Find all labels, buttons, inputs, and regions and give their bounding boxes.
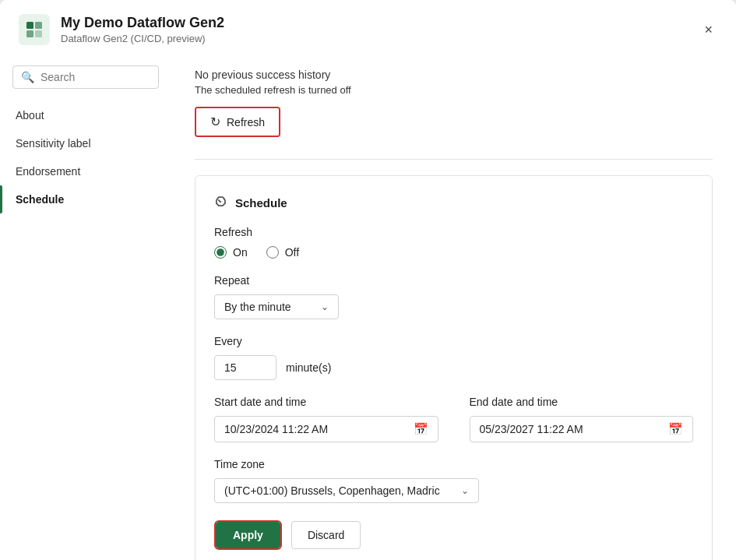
refresh-off-label: Off	[285, 246, 299, 259]
start-date-field: Start date and time 10/23/2024 11:22 AM …	[214, 396, 438, 442]
close-button[interactable]: ×	[699, 17, 717, 43]
refresh-off-text: The scheduled refresh is turned off	[195, 84, 713, 96]
sidebar: 🔍 About Sensitivity label Endorsement Sc…	[0, 53, 171, 560]
repeat-value: By the minute	[224, 301, 291, 313]
search-input[interactable]	[40, 71, 150, 83]
schedule-card: ⏲ Schedule Refresh On Off	[195, 175, 713, 560]
main-content: No previous success history The schedule…	[171, 53, 736, 560]
app-icon	[19, 14, 50, 45]
apply-button-wrapper: Apply	[214, 520, 282, 550]
sidebar-item-endorsement[interactable]: Endorsement	[0, 157, 171, 185]
repeat-dropdown[interactable]: By the minute ⌄	[214, 294, 339, 319]
refresh-on-radio[interactable]	[214, 246, 227, 259]
discard-button[interactable]: Discard	[291, 521, 361, 549]
apply-button[interactable]: Apply	[216, 522, 280, 548]
search-box[interactable]: 🔍	[12, 65, 159, 89]
sidebar-item-schedule-label: Schedule	[16, 193, 64, 206]
end-date-label: End date and time	[470, 396, 694, 408]
close-icon: ×	[704, 22, 713, 38]
svg-rect-2	[26, 30, 33, 37]
search-icon: 🔍	[21, 71, 34, 83]
chevron-down-icon: ⌄	[321, 301, 329, 312]
dialog-body: 🔍 About Sensitivity label Endorsement Sc…	[0, 53, 736, 560]
refresh-off-radio[interactable]	[266, 246, 279, 259]
timezone-dropdown[interactable]: (UTC+01:00) Brussels, Copenhagen, Madric…	[214, 478, 479, 503]
refresh-button-wrapper: ↻ Refresh	[195, 107, 280, 137]
sidebar-item-sensitivity-label[interactable]: Sensitivity label	[0, 129, 171, 157]
calendar-icon-start: 📅	[414, 422, 428, 436]
every-row: minute(s)	[214, 355, 693, 380]
end-date-value: 05/23/2027 11:22 AM	[480, 423, 583, 435]
timezone-section: Time zone (UTC+01:00) Brussels, Copenhag…	[214, 458, 693, 503]
every-number-input[interactable]	[214, 355, 276, 380]
end-date-field: End date and time 05/23/2027 11:22 AM 📅	[470, 396, 694, 442]
refresh-on-label: On	[233, 246, 248, 259]
actions-row: Apply Discard	[214, 520, 693, 550]
section-divider	[195, 159, 713, 160]
start-date-label: Start date and time	[214, 396, 438, 408]
no-history-text: No previous success history	[195, 69, 713, 81]
clock-icon: ⏲	[214, 195, 227, 210]
svg-rect-3	[35, 30, 42, 37]
timezone-value: (UTC+01:00) Brussels, Copenhagen, Madric	[224, 484, 440, 497]
svg-rect-1	[35, 22, 42, 29]
refresh-field-label: Refresh	[214, 226, 693, 238]
every-section: Every minute(s)	[214, 335, 693, 380]
date-time-row: Start date and time 10/23/2024 11:22 AM …	[214, 396, 693, 442]
sidebar-item-about[interactable]: About	[0, 101, 171, 129]
every-unit-label: minute(s)	[286, 361, 331, 374]
refresh-button[interactable]: ↻ Refresh	[196, 108, 279, 136]
main-dialog: My Demo Dataflow Gen2 Dataflow Gen2 (CI/…	[0, 0, 736, 560]
refresh-on-option[interactable]: On	[214, 246, 248, 259]
refresh-radio-group: On Off	[214, 246, 693, 259]
sidebar-item-endorsement-label: Endorsement	[16, 165, 80, 178]
end-date-input[interactable]: 05/23/2027 11:22 AM 📅	[470, 416, 694, 442]
schedule-card-title: ⏲ Schedule	[214, 195, 693, 210]
dialog-title: My Demo Dataflow Gen2	[61, 15, 699, 32]
refresh-icon: ↻	[210, 114, 220, 129]
dialog-header: My Demo Dataflow Gen2 Dataflow Gen2 (CI/…	[0, 0, 736, 53]
every-label: Every	[214, 335, 693, 347]
refresh-off-option[interactable]: Off	[266, 246, 299, 259]
refresh-toggle-section: Refresh On Off	[214, 226, 693, 259]
repeat-label: Repeat	[214, 274, 693, 287]
schedule-title-text: Schedule	[235, 196, 287, 210]
calendar-icon-end: 📅	[668, 422, 683, 436]
dialog-subtitle: Dataflow Gen2 (CI/CD, preview)	[61, 33, 699, 44]
repeat-section: Repeat By the minute ⌄	[214, 274, 693, 319]
sidebar-item-schedule[interactable]: Schedule	[0, 185, 171, 213]
refresh-button-label: Refresh	[227, 116, 265, 129]
timezone-chevron-icon: ⌄	[461, 485, 469, 496]
svg-rect-0	[26, 22, 33, 29]
sidebar-item-about-label: About	[16, 109, 44, 122]
sidebar-item-sensitivity-label-text: Sensitivity label	[16, 137, 91, 150]
start-date-input[interactable]: 10/23/2024 11:22 AM 📅	[214, 416, 438, 442]
timezone-label: Time zone	[214, 458, 693, 470]
start-date-value: 10/23/2024 11:22 AM	[224, 423, 328, 435]
header-text: My Demo Dataflow Gen2 Dataflow Gen2 (CI/…	[61, 15, 699, 45]
